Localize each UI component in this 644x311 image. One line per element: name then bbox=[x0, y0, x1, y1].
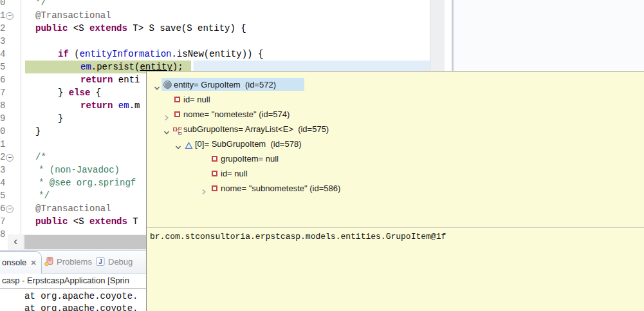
code-token: .m bbox=[129, 100, 140, 111]
tree-row-label: grupoItem= null bbox=[221, 151, 279, 166]
variable-tree-row[interactable]: id= null bbox=[147, 92, 643, 107]
code-token: .persist( bbox=[91, 62, 140, 72]
field-icon bbox=[210, 169, 219, 178]
scrollbar-thumb[interactable] bbox=[24, 235, 147, 249]
line-number: 0 bbox=[0, 125, 5, 138]
field-icon bbox=[173, 95, 181, 104]
chevron-open-icon[interactable] bbox=[163, 126, 170, 132]
svg-text:J: J bbox=[98, 258, 102, 265]
horizontal-scrollbar[interactable]: ‹ bbox=[8, 234, 147, 250]
code-token: @Transactional bbox=[35, 10, 111, 21]
chevron-closed-icon[interactable] bbox=[163, 111, 170, 117]
console-output-line: at org.apache.coyote. bbox=[24, 290, 147, 303]
view-tab-bar: onsole✕ProblemsJDebug bbox=[0, 251, 147, 274]
line-number: 0 bbox=[0, 0, 5, 9]
popup-separator-highlight bbox=[147, 228, 644, 229]
code-token: T> S save(S entity) { bbox=[127, 23, 246, 33]
code-token: enti bbox=[113, 75, 140, 85]
tree-row-label: nome= "subnometeste" (id=586) bbox=[221, 181, 340, 196]
code-token: em bbox=[118, 100, 129, 111]
code-token: ( bbox=[69, 49, 80, 59]
variable-tree-row[interactable]: [0]= SubGrupoItem (id=578) bbox=[147, 137, 643, 151]
code-token: */ bbox=[35, 0, 46, 8]
line-number: 1 bbox=[0, 9, 5, 22]
code-token: } bbox=[35, 126, 41, 137]
variable-tree-row[interactable]: id= null bbox=[147, 166, 643, 181]
tab-console[interactable]: onsole✕ bbox=[0, 251, 42, 274]
code-token: em bbox=[80, 62, 91, 72]
code-token: <S bbox=[68, 216, 89, 227]
code-token: */ bbox=[39, 191, 50, 201]
tree-row-label: [0]= SubGrupoItem (id=578) bbox=[195, 137, 301, 151]
code-token: { bbox=[90, 88, 101, 98]
code-line-text: /* bbox=[35, 151, 46, 164]
line-number: 6 bbox=[0, 73, 5, 86]
scroll-left-button[interactable]: ‹ bbox=[8, 234, 23, 250]
chevron-open-icon[interactable] bbox=[154, 81, 160, 88]
variable-tree-row[interactable]: entity= GrupoItem (id=572) bbox=[147, 77, 643, 92]
code-line-text: return enti bbox=[80, 73, 140, 86]
code-token: <S bbox=[68, 23, 89, 33]
line-number: 7 bbox=[0, 86, 5, 99]
element-icon bbox=[185, 140, 193, 148]
tree-row-label: nome= "nometeste" (id=574) bbox=[183, 107, 290, 122]
code-line-text: @Transactional bbox=[35, 202, 111, 215]
tree-row-label: id= null bbox=[221, 166, 248, 181]
problems-icon bbox=[44, 257, 54, 267]
tab-problems[interactable]: Problems bbox=[57, 251, 92, 273]
console-title: casp - ErpstcaspApplication [Sprin bbox=[2, 276, 147, 287]
code-line-text: */ bbox=[39, 189, 50, 202]
code-token: * @see org.springf bbox=[39, 178, 136, 188]
private-field-glyph bbox=[174, 97, 180, 102]
code-token: } bbox=[58, 113, 63, 124]
code-token: return bbox=[80, 75, 113, 85]
line-number: 6 bbox=[0, 202, 5, 215]
variable-glyph bbox=[163, 80, 172, 89]
line-number: 3 bbox=[0, 164, 5, 176]
variable-tree-row[interactable]: nome= "subnometeste" (id=586) bbox=[147, 181, 643, 196]
line-number: 2 bbox=[0, 151, 5, 164]
code-token: else bbox=[69, 88, 91, 98]
line-number: 7 bbox=[0, 215, 5, 228]
code-token: * (non-Javadoc) bbox=[39, 165, 120, 175]
code-token: /* bbox=[35, 152, 46, 162]
tab-debug[interactable]: Debug bbox=[108, 251, 133, 273]
code-line-text: if (entityInformation.isNew(entity)) { bbox=[58, 48, 263, 61]
chevron-open-icon[interactable] bbox=[175, 140, 181, 147]
editor-vertical-scrollbar[interactable] bbox=[430, 0, 445, 71]
variable-tree-row[interactable]: subGrupoItens= ArrayList<E> (id=575) bbox=[147, 122, 643, 137]
code-token: @Transactional bbox=[35, 203, 111, 214]
variable-icon bbox=[163, 80, 172, 89]
private-field-glyph bbox=[212, 185, 217, 191]
fold-collapse-icon[interactable] bbox=[6, 154, 14, 162]
line-number: 5 bbox=[0, 189, 5, 202]
line-number: 8 bbox=[0, 228, 5, 241]
chevron-left-icon: ‹ bbox=[14, 235, 17, 247]
code-line-text: } bbox=[58, 112, 63, 125]
console-output-line: at org.apache.coyote. bbox=[24, 303, 147, 311]
close-icon[interactable]: ✕ bbox=[29, 258, 38, 267]
variable-tree-row[interactable]: grupoItem= null bbox=[147, 151, 643, 166]
fold-collapse-icon[interactable] bbox=[6, 205, 14, 213]
fold-collapse-icon[interactable] bbox=[6, 12, 14, 20]
line-number: 3 bbox=[0, 35, 5, 48]
line-number: 8 bbox=[0, 99, 5, 112]
ruler-separator bbox=[21, 0, 21, 250]
field-icon bbox=[210, 184, 219, 193]
code-line-text: public <S extends T bbox=[35, 215, 138, 228]
field-icon bbox=[210, 155, 219, 163]
code-line-text: @Transactional bbox=[35, 9, 111, 22]
minus-glyph bbox=[8, 15, 12, 16]
line-number: 1 bbox=[0, 138, 5, 151]
code-line-text: } bbox=[35, 125, 41, 138]
console-body[interactable]: casp - ErpstcaspApplication [Sprin at or… bbox=[0, 274, 147, 311]
line-number: 4 bbox=[0, 176, 5, 189]
variable-tree-row[interactable]: nome= "nometeste" (id=574) bbox=[147, 107, 643, 122]
code-line-text: return em.m bbox=[80, 99, 140, 112]
code-line-text: * (non-Javadoc) bbox=[39, 164, 120, 176]
code-token: .isNew(entity)) { bbox=[171, 49, 263, 59]
chevron-closed-icon[interactable] bbox=[201, 185, 207, 191]
line-number: 9 bbox=[0, 112, 5, 125]
line-number: 4 bbox=[0, 48, 5, 61]
code-line-text: public <S extends T> S save(S entity) { bbox=[35, 22, 246, 35]
